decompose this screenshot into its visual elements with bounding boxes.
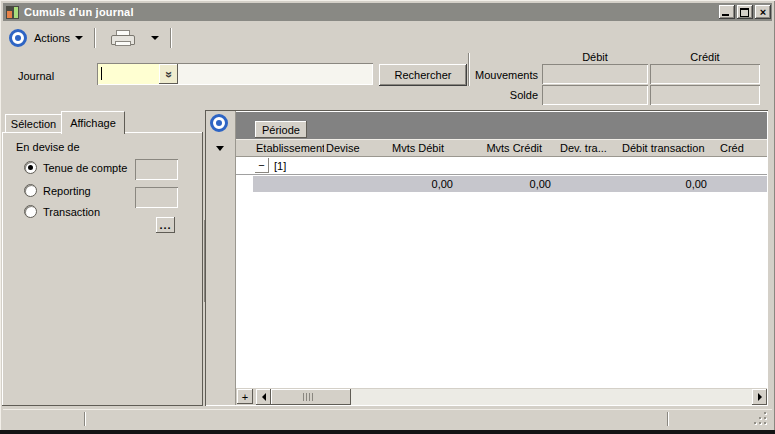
tab-selection[interactable]: Sélection bbox=[5, 114, 62, 133]
scroll-right-button[interactable] bbox=[752, 389, 767, 405]
close-icon bbox=[755, 5, 771, 19]
group-by-periode-button[interactable]: Période bbox=[255, 121, 307, 138]
radio-transaction[interactable]: Transaction bbox=[24, 205, 100, 218]
radio-transaction-label: Transaction bbox=[43, 206, 100, 218]
actions-menu-button[interactable]: Actions bbox=[27, 28, 90, 48]
text-caret bbox=[101, 67, 102, 80]
maximize-icon bbox=[740, 8, 749, 17]
group-row-label: [1] bbox=[274, 160, 286, 172]
currency-more-button[interactable]: ... bbox=[156, 217, 175, 233]
radio-reporting[interactable]: Reporting bbox=[24, 184, 91, 197]
scroll-left-button[interactable] bbox=[256, 389, 271, 405]
radio-reporting-label: Reporting bbox=[43, 185, 91, 197]
col-dev-transaction[interactable]: Dev. tra... bbox=[558, 142, 622, 154]
chevron-down-icon bbox=[75, 36, 83, 40]
statusbar-divider bbox=[84, 412, 86, 426]
grid-bottom-bar: + bbox=[236, 388, 767, 405]
minimize-button[interactable] bbox=[719, 5, 735, 19]
window-bottom-edge bbox=[0, 430, 775, 434]
grid-gutter bbox=[206, 111, 236, 405]
group-by-band: Période bbox=[236, 112, 767, 139]
journal-input[interactable] bbox=[98, 64, 159, 84]
window-title: Cumuls d'un journal bbox=[24, 6, 134, 18]
mouvements-credit-field bbox=[650, 64, 760, 84]
add-row-button[interactable]: + bbox=[237, 389, 253, 404]
status-bar bbox=[3, 409, 772, 428]
mouvements-debit-field bbox=[542, 64, 648, 84]
radio-icon bbox=[24, 184, 37, 197]
col-debit-transaction[interactable]: Débit transaction bbox=[622, 142, 714, 154]
solde-credit-field bbox=[650, 85, 760, 105]
group-header-row[interactable]: − [1] bbox=[236, 157, 767, 175]
totals-mvts-debit: 0,00 bbox=[385, 178, 459, 190]
solde-label: Solde bbox=[468, 89, 538, 101]
horizontal-scrollbar[interactable] bbox=[256, 389, 767, 405]
statusbar-divider bbox=[667, 412, 669, 426]
mouvements-label: Mouvements bbox=[468, 69, 538, 81]
results-grid: Période Etablissement Devise Mvts Débit … bbox=[205, 110, 768, 406]
print-button[interactable] bbox=[100, 26, 144, 50]
journal-label: Journal bbox=[18, 70, 54, 82]
toolbar-separator bbox=[94, 28, 96, 48]
journal-combo-field[interactable] bbox=[97, 63, 373, 85]
toolbar: Actions bbox=[3, 23, 772, 52]
radio-selected-icon bbox=[24, 161, 37, 174]
printer-icon bbox=[111, 30, 133, 46]
collapse-group-button[interactable]: − bbox=[255, 158, 269, 173]
grid-column-headers: Etablissement Devise Mvts Débit Mvts Cré… bbox=[236, 139, 767, 157]
record-target-icon bbox=[9, 29, 27, 47]
actions-label: Actions bbox=[34, 32, 70, 44]
totals-row: 0,00 0,00 0,00 bbox=[253, 176, 767, 192]
col-etablissement[interactable]: Etablissement bbox=[254, 142, 324, 154]
title-bar[interactable]: Cumuls d'un journal bbox=[3, 3, 772, 21]
radio-tenue-label: Tenue de compte bbox=[43, 162, 127, 174]
scrollbar-thumb[interactable] bbox=[271, 389, 351, 405]
credit-column-label: Crédit bbox=[650, 51, 760, 63]
journal-lookup-button[interactable] bbox=[159, 64, 178, 84]
col-mvts-credit[interactable]: Mvts Crédit bbox=[460, 142, 558, 154]
totals-debit-transaction: 0,00 bbox=[621, 178, 713, 190]
resize-grip[interactable] bbox=[753, 411, 767, 425]
maximize-button[interactable] bbox=[737, 5, 753, 19]
app-icon bbox=[6, 6, 19, 19]
grip-icon bbox=[303, 393, 313, 401]
radio-tenue-de-compte[interactable]: Tenue de compte bbox=[24, 161, 127, 174]
search-button[interactable]: Rechercher bbox=[379, 64, 467, 86]
solde-debit-field bbox=[542, 85, 648, 105]
reporting-currency-field[interactable] bbox=[135, 187, 178, 208]
toolbar-separator bbox=[170, 28, 172, 48]
totals-mvts-credit: 0,00 bbox=[459, 178, 557, 190]
app-window: Cumuls d'un journal Actions Journal Rech… bbox=[0, 0, 775, 434]
minimize-icon bbox=[722, 14, 729, 16]
triangle-right-icon bbox=[758, 393, 762, 401]
tenue-currency-field[interactable] bbox=[135, 159, 178, 180]
triangle-left-icon bbox=[262, 393, 266, 401]
col-mvts-debit[interactable]: Mvts Débit bbox=[386, 142, 460, 154]
print-options-button[interactable] bbox=[144, 32, 166, 44]
devise-group-title: En devise de bbox=[16, 141, 80, 153]
double-chevron-icon bbox=[162, 71, 176, 77]
debit-column-label: Débit bbox=[542, 51, 648, 63]
row-marker-icon bbox=[216, 146, 224, 151]
col-devise[interactable]: Devise bbox=[324, 142, 386, 154]
radio-icon bbox=[24, 205, 37, 218]
col-credit-transaction[interactable]: Créd bbox=[714, 142, 767, 154]
record-target-icon bbox=[210, 114, 228, 132]
tab-affichage[interactable]: Affichage bbox=[61, 111, 125, 134]
chevron-down-icon bbox=[151, 36, 159, 40]
close-button[interactable] bbox=[755, 5, 771, 19]
